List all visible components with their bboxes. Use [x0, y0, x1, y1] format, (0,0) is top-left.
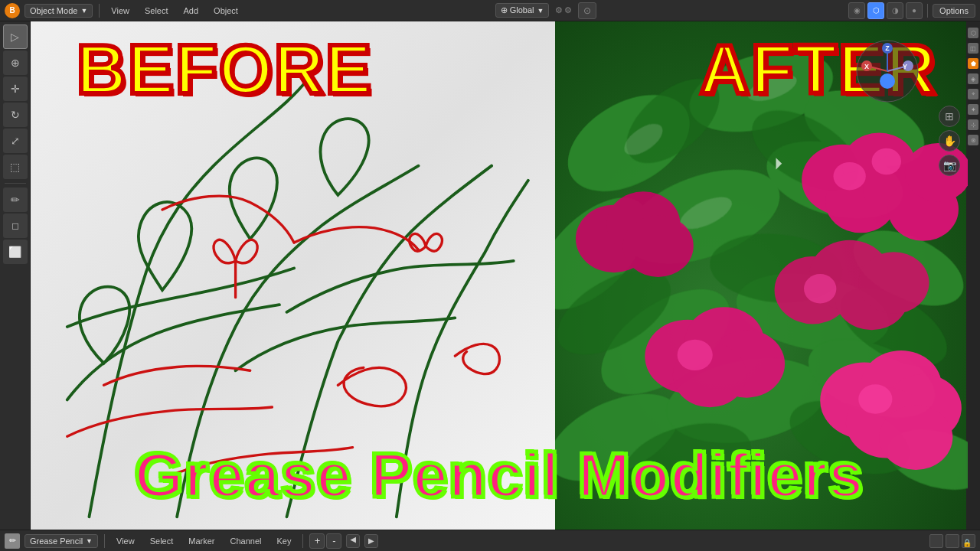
gp-icon-symbol: ✏: [9, 536, 16, 546]
shading-solid-btn[interactable]: ◉: [848, 2, 865, 19]
proportional-icon: ⊙: [583, 5, 591, 16]
cursor-tool-btn[interactable]: ⊕: [3, 51, 28, 75]
rotate-tool-btn[interactable]: ↻: [3, 103, 28, 127]
svg-text:X: X: [864, 63, 869, 70]
app-logo: B: [5, 3, 20, 18]
viewport[interactable]: BEFORE AFTER Grease Pencil Modifiers Y X: [31, 21, 968, 530]
svg-point-62: [880, 73, 895, 89]
rp-icon-4[interactable]: ◈: [968, 73, 978, 84]
scale-tool-btn[interactable]: ⤢: [3, 129, 28, 153]
bottom-mode-chevron: ▼: [86, 537, 93, 545]
select-icon: ▷: [11, 31, 19, 43]
toolbar-center: ⊕ Global ▼ ⚙ ⚙ ⊙: [248, 2, 844, 19]
options-button[interactable]: Options: [933, 4, 975, 18]
grease-pencil-icon: ✏: [5, 533, 20, 549]
select-tool-btn[interactable]: ▷: [3, 24, 28, 49]
annotate-icon: ✏: [11, 194, 20, 206]
playback-end-btn[interactable]: ▶: [364, 534, 378, 548]
bottom-view-btn[interactable]: View: [111, 534, 140, 548]
play-back-icon: ▶: [350, 536, 356, 545]
erase-icon: ◻: [11, 220, 19, 231]
shading-icon: ◉: [854, 6, 861, 15]
transform-icon: ⬚: [10, 161, 20, 173]
top-toolbar: B Object Mode ▼ View Select Add Object ⊕…: [0, 0, 980, 21]
proportional-btn[interactable]: ⊙: [578, 2, 596, 19]
svg-point-32: [859, 252, 929, 314]
svg-point-44: [623, 215, 694, 277]
toolbar-right: ◉ ⬡ ◑ ● Options: [848, 2, 975, 19]
main-title: Grease Pencil Modifiers: [31, 444, 968, 507]
add-menu[interactable]: Add: [178, 4, 204, 18]
right-panel: ⬡ ◫ ⬟ ◈ ⌖ ✦ ⊹ ⊛: [966, 21, 980, 530]
snap-icon: ⚙: [555, 5, 563, 15]
bottom-select-btn[interactable]: Select: [145, 534, 179, 548]
rp-icon-7[interactable]: ⊹: [968, 119, 978, 130]
camera-icon: 📷: [943, 159, 956, 171]
shading-wire-btn[interactable]: ⬡: [867, 2, 884, 19]
before-label: BEFORE: [77, 35, 373, 104]
mode-label: Object Mode: [30, 6, 77, 15]
svg-text:Y: Y: [903, 63, 907, 70]
svg-point-45: [834, 162, 866, 191]
hand-pan-btn[interactable]: ✋: [939, 130, 960, 152]
view-menu[interactable]: View: [106, 4, 135, 18]
lock-btn[interactable]: 🔒: [962, 534, 975, 548]
zoom-fit-btn[interactable]: ⊞: [939, 106, 960, 127]
add-box-btn[interactable]: ⬜: [3, 240, 28, 264]
zoom-plus-btn[interactable]: +: [309, 533, 325, 549]
svg-text:Z: Z: [885, 44, 890, 52]
box-icon: ⬜: [8, 246, 21, 258]
scale-icon: ⤢: [11, 135, 20, 147]
bottom-right-controls: 🔒: [929, 534, 975, 548]
filter-btn[interactable]: [929, 534, 943, 548]
rp-icon-5[interactable]: ⌖: [968, 89, 978, 99]
snap-icon2: ⚙: [564, 5, 572, 15]
camera-btn[interactable]: 📷: [939, 155, 960, 176]
bottom-key-btn[interactable]: Key: [271, 534, 296, 548]
rp-icon-2[interactable]: ◫: [968, 43, 978, 54]
rp-icon-3[interactable]: ⬟: [968, 58, 978, 69]
mode-selector[interactable]: Object Mode ▼: [24, 4, 93, 18]
bottom-mode-selector[interactable]: Grease Pencil ▼: [24, 534, 98, 548]
shading-render-btn[interactable]: ●: [906, 2, 923, 19]
left-toolbar: ▷ ⊕ ✛ ↻ ⤢ ⬚ ✏ ◻ ⬜: [0, 21, 31, 530]
rotate-icon: ↻: [11, 109, 20, 121]
bottom-mode-label: Grease Pencil: [30, 536, 83, 546]
object-menu[interactable]: Object: [208, 4, 243, 18]
toolbar-separator: [99, 4, 100, 18]
transform-tool-btn[interactable]: ⬚: [3, 155, 28, 179]
viewport-controls: ⊞ ✋ 📷: [939, 106, 960, 176]
bottom-sep-1: [104, 534, 105, 548]
global-label: ⊕ Global: [501, 5, 534, 15]
svg-point-49: [859, 384, 893, 413]
material-icon: ◑: [892, 6, 899, 15]
snap-controls: ⚙ ⚙: [555, 5, 572, 15]
svg-point-46: [872, 148, 901, 175]
global-selector[interactable]: ⊕ Global ▼: [495, 3, 550, 18]
annotate-tool-btn[interactable]: ✏: [3, 187, 28, 212]
rp-icon-8[interactable]: ⊛: [968, 135, 978, 145]
zoom-minus-btn[interactable]: -: [326, 533, 341, 549]
zoom-fit-icon: ⊞: [945, 110, 954, 122]
overlay-controls: ◉ ⬡ ◑ ●: [848, 2, 923, 19]
sync-btn[interactable]: [946, 534, 959, 548]
bottom-channel-btn[interactable]: Channel: [224, 534, 266, 548]
bottom-sep-2: [302, 534, 303, 548]
bottom-marker-btn[interactable]: Marker: [183, 534, 220, 548]
tool-separator: [5, 183, 26, 184]
navigation-gizmo[interactable]: Y X Z: [853, 37, 922, 106]
play-forward-icon: ▶: [368, 536, 374, 545]
rp-icon-1[interactable]: ⬡: [968, 28, 978, 38]
select-menu[interactable]: Select: [139, 4, 174, 18]
erase-tool-btn[interactable]: ◻: [3, 214, 28, 238]
move-tool-btn[interactable]: ✛: [3, 77, 28, 101]
svg-point-47: [805, 274, 837, 303]
toolbar-sep-2: [927, 4, 928, 18]
lock-icon: 🔒: [962, 539, 972, 547]
playback-start-btn[interactable]: ▶: [346, 534, 360, 548]
shading-material-btn[interactable]: ◑: [887, 2, 903, 19]
bottom-toolbar: ✏ Grease Pencil ▼ View Select Marker Cha…: [0, 530, 980, 551]
rp-icon-6[interactable]: ✦: [968, 104, 978, 115]
zoom-controls: + -: [309, 533, 341, 549]
global-chevron: ▼: [537, 7, 544, 15]
